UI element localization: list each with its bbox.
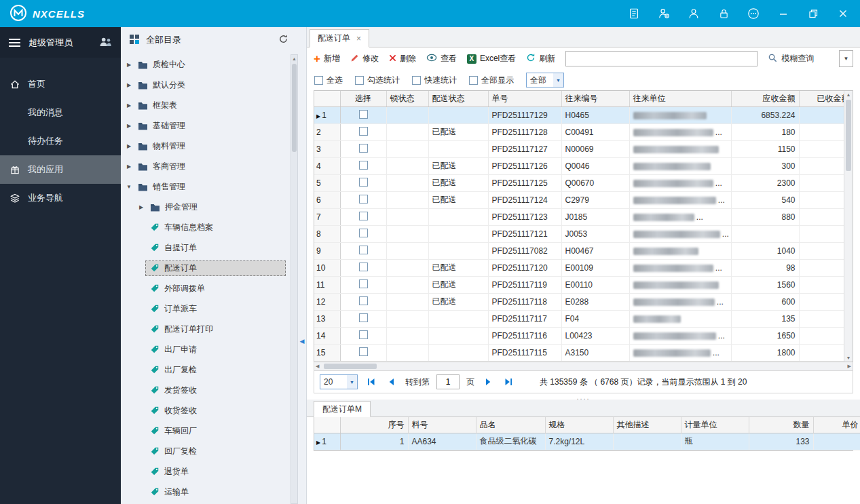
tree-node[interactable]: 配送订单打印 (145, 322, 218, 337)
chevron-right-icon[interactable]: ▶ (125, 62, 133, 68)
row-checkbox[interactable] (359, 212, 368, 220)
tree-item[interactable]: 配送订单打印 (121, 319, 306, 339)
table-row[interactable]: ▶1PFD251117129H04656853.224 (314, 106, 853, 123)
table-row[interactable]: 14PFD251117116L00423 ...1650 (314, 327, 853, 344)
tree-item[interactable]: 车辆回厂 (121, 421, 306, 441)
tree-node[interactable]: 基础管理 (133, 118, 190, 134)
table-row[interactable]: 8PFD251117121J0053 ... (314, 225, 853, 242)
table-row[interactable]: 4已配送PFD251117126Q0046300 (314, 157, 853, 174)
chevron-right-icon[interactable]: ▶ (125, 163, 133, 170)
page-size-select[interactable]: 20▼ (320, 374, 358, 389)
row-checkbox[interactable] (359, 330, 368, 339)
scroll-up-icon[interactable]: ▲ (292, 55, 297, 61)
scrollbar-thumb[interactable] (292, 64, 297, 152)
sidebar-item-messages[interactable]: 我的消息 (0, 98, 121, 127)
table-row[interactable]: 7PFD251117123J0185 ...880 (314, 208, 853, 225)
search-input[interactable] (565, 51, 758, 66)
column-header-other[interactable]: 其他描述 (613, 417, 681, 433)
table-row[interactable]: 13PFD251117117F04135 (314, 310, 853, 327)
prev-page-button[interactable] (385, 375, 398, 389)
next-page-button[interactable] (481, 375, 495, 389)
table-row[interactable]: 3PFD251117127N000691150 (314, 140, 853, 157)
row-checkbox[interactable] (359, 144, 368, 153)
tree-node[interactable]: 销售管理 (133, 179, 190, 195)
row-checkbox[interactable] (359, 195, 368, 203)
tree-node[interactable]: 物料管理 (133, 138, 190, 154)
column-header-lock[interactable]: 锁状态 (386, 91, 428, 106)
tree-node[interactable]: 收货签收 (145, 403, 202, 419)
table-row[interactable]: 10已配送PFD251117120E00109 ...98 (314, 259, 853, 276)
tree-item[interactable]: ▶客商管理 (121, 156, 306, 176)
scrollbar-thumb[interactable] (324, 364, 377, 369)
tree-node[interactable]: 运输单 (145, 484, 193, 500)
tree-node[interactable]: 质检中心 (133, 57, 190, 73)
tree-node[interactable]: 出厂申请 (145, 342, 202, 357)
select-all-checkbox[interactable]: 全选 (314, 75, 343, 86)
column-header-price[interactable]: 单价 (813, 417, 860, 433)
chevron-right-icon[interactable]: ▶ (125, 102, 133, 109)
tree-scrollbar[interactable]: ▲ (291, 54, 298, 504)
row-checkbox[interactable] (359, 127, 368, 136)
tree-node[interactable]: 自提订单 (145, 240, 202, 256)
vertical-scrollbar[interactable]: ▲ ▼ (844, 91, 853, 362)
tree-node[interactable]: 客商管理 (133, 159, 190, 174)
tree-node[interactable]: 框架表 (133, 98, 182, 113)
column-header-select[interactable]: 选择 (340, 91, 386, 106)
row-checkbox[interactable] (359, 347, 368, 356)
chevron-right-icon[interactable]: ▶ (125, 143, 133, 149)
tree-item[interactable]: ▶质检中心 (121, 54, 306, 75)
tree-item[interactable]: ▶框架表 (121, 95, 306, 115)
close-tab-icon[interactable]: × (356, 34, 361, 43)
refresh-tree-icon[interactable] (278, 34, 288, 46)
sidebar-item-nav[interactable]: 业务导航 (0, 184, 121, 212)
first-page-button[interactable] (364, 375, 378, 389)
checked-stats-checkbox[interactable]: 勾选统计 (355, 75, 400, 86)
fuzzy-search-button[interactable]: 模糊查询 (768, 53, 814, 65)
row-checkbox[interactable] (359, 246, 368, 254)
row-checkbox[interactable] (359, 110, 368, 119)
show-all-checkbox[interactable]: 全部显示 (469, 75, 514, 86)
column-header-seq[interactable]: 序号 (340, 417, 408, 433)
tree-item[interactable]: 配送订单 (121, 258, 306, 278)
column-header-unit[interactable]: 计量单位 (681, 417, 749, 433)
tree-item[interactable]: 自提订单 (121, 237, 306, 258)
more-options-icon[interactable] (746, 6, 761, 21)
table-row[interactable]: 15PFD251117115A3150 ...1800 (314, 344, 853, 361)
row-checkbox[interactable] (359, 313, 368, 322)
column-header-code[interactable]: 往来编号 (561, 91, 629, 106)
row-checkbox[interactable] (359, 229, 368, 237)
tree-item[interactable]: 出厂复检 (121, 360, 306, 380)
sidebar-item-apps[interactable]: 我的应用 (0, 155, 121, 184)
tree-item[interactable]: ▶物料管理 (121, 136, 306, 156)
row-checkbox[interactable] (359, 161, 368, 170)
tree-item[interactable]: 退货单 (121, 461, 306, 482)
tree-item[interactable]: 外部调拨单 (121, 278, 306, 298)
tree-node[interactable]: 默认分类 (133, 77, 190, 93)
view-button[interactable]: 查看 (426, 53, 457, 64)
tree-node[interactable]: 车辆信息档案 (145, 220, 218, 235)
tree-item[interactable]: ▼销售管理 (121, 176, 306, 197)
last-page-button[interactable] (502, 375, 515, 389)
tree-item[interactable]: 回厂复检 (121, 441, 306, 461)
tree-item[interactable]: ▶押金管理 (121, 197, 306, 217)
tree-item[interactable]: 发货签收 (121, 380, 306, 400)
quick-stats-checkbox[interactable]: 快速统计 (412, 75, 457, 86)
tree-item[interactable]: 出厂申请 (121, 339, 306, 360)
column-header-mat[interactable]: 料号 (408, 417, 476, 433)
edit-button[interactable]: 修改 (350, 53, 379, 64)
tree-item[interactable]: 车辆信息档案 (121, 217, 306, 237)
sidebar-item-tasks[interactable]: 待办任务 (0, 127, 121, 155)
table-row[interactable]: ▶11AA634食品级二氧化碳7.2kg/12L瓶133 (314, 433, 860, 450)
tab-delivery-orders[interactable]: 配送订单 × (310, 29, 369, 47)
admin-settings-icon[interactable] (656, 6, 671, 21)
table-row[interactable]: 2已配送PFD251117128C00491 ...180 (314, 123, 853, 140)
chevron-right-icon[interactable]: ▶ (125, 123, 133, 129)
panel-collapse-icon[interactable]: ◀ (298, 334, 306, 349)
tree-node[interactable]: 订单派车 (145, 301, 202, 317)
tree-item[interactable]: ▶默认分类 (121, 75, 306, 95)
chevron-right-icon[interactable]: ▶ (125, 82, 133, 88)
row-checkbox[interactable] (359, 178, 368, 187)
toolbar-dropdown-button[interactable]: ▼ (839, 50, 853, 67)
close-button[interactable] (836, 6, 850, 21)
tree-item[interactable]: ▶基础管理 (121, 115, 306, 136)
